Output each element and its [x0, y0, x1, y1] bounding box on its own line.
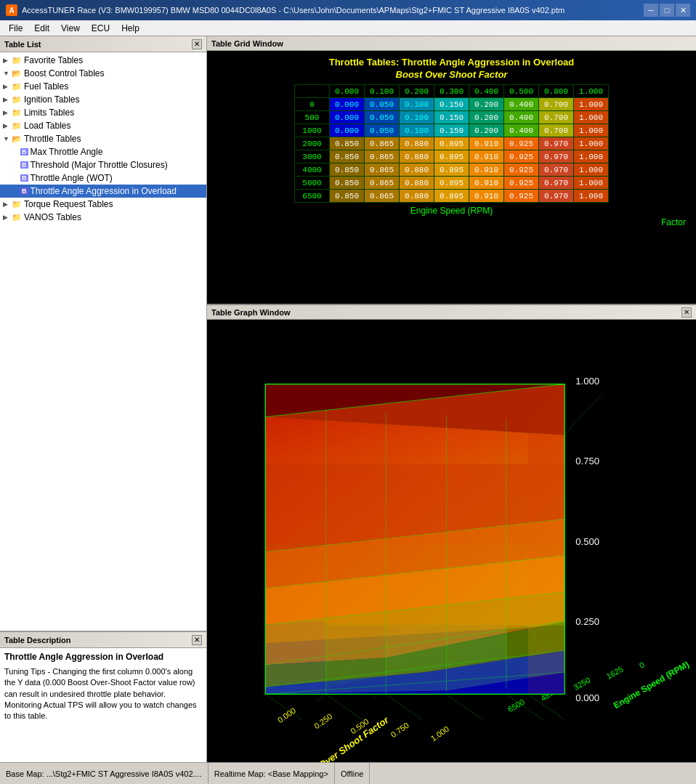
menu-bar: File Edit View ECU Help	[0, 20, 696, 36]
table-cell[interactable]: 0.000	[330, 124, 365, 137]
table-cell[interactable]: 0.700	[539, 98, 574, 111]
table-cell[interactable]: 1.000	[574, 124, 609, 137]
table-cell[interactable]: 1.000	[574, 98, 609, 111]
table-cell[interactable]: 0.910	[469, 137, 504, 150]
table-cell[interactable]: 0.050	[365, 111, 400, 124]
table-cell[interactable]: 0.200	[469, 98, 504, 111]
sidebar-item-throttleagg[interactable]: B Throttle Angle Aggression in Overload	[0, 185, 206, 198]
folder-icon: 📁	[12, 121, 22, 131]
tree-container[interactable]: ▶ 📁 Favorite Tables ▼ 📂 Boost Control Ta…	[0, 52, 206, 631]
table-cell[interactable]: 0.400	[504, 98, 539, 111]
table-cell[interactable]: 0.850	[330, 190, 365, 203]
status-offline: Offline	[335, 763, 371, 784]
table-cell[interactable]: 0.925	[504, 163, 539, 177]
table-cell[interactable]: 0.100	[400, 124, 434, 137]
table-cell[interactable]: 0.880	[400, 163, 434, 177]
table-cell[interactable]: 0.000	[330, 111, 365, 124]
table-cell[interactable]: 0.700	[539, 111, 574, 124]
table-cell[interactable]: 0.880	[400, 190, 434, 203]
table-cell[interactable]: 0.100	[400, 98, 434, 111]
table-cell[interactable]: 1.000	[574, 163, 609, 177]
table-cell[interactable]: 0.925	[504, 150, 539, 163]
table-desc-close[interactable]: ✕	[192, 635, 202, 645]
table-cell[interactable]: 0.050	[365, 124, 400, 137]
grid-table-subtitle: Boost Over Shoot Factor	[396, 69, 508, 80]
table-cell[interactable]: 0.150	[434, 111, 469, 124]
sidebar-item-torque[interactable]: ▶ 📁 Torque Request Tables	[0, 198, 206, 211]
table-cell[interactable]: 0.910	[469, 177, 504, 190]
sidebar-item-throttle[interactable]: ▼ 📂 Throttle Tables	[0, 132, 206, 145]
sidebar-item-label: Throttle Angle (WOT)	[31, 173, 113, 183]
table-cell[interactable]: 0.925	[504, 177, 539, 190]
table-cell[interactable]: 0.865	[365, 190, 400, 203]
table-cell[interactable]: 0.910	[469, 150, 504, 163]
table-cell[interactable]: 0.400	[504, 124, 539, 137]
right-panel: Table Grid Window Throttle Tables: Throt…	[207, 36, 696, 762]
sidebar-item-maxthrottle[interactable]: B Max Throttle Angle	[0, 145, 206, 158]
sidebar-item-load[interactable]: ▶ 📁 Load Tables	[0, 119, 206, 132]
sidebar-item-fuel[interactable]: ▶ 📁 Fuel Tables	[0, 80, 206, 93]
table-cell[interactable]: 0.850	[330, 150, 365, 163]
table-cell[interactable]: 0.895	[434, 190, 469, 203]
table-cell[interactable]: 0.865	[365, 150, 400, 163]
table-cell[interactable]: 0.895	[434, 150, 469, 163]
sidebar-item-limits[interactable]: ▶ 📁 Limits Tables	[0, 106, 206, 119]
table-cell[interactable]: 0.925	[504, 190, 539, 203]
table-cell[interactable]: 0.970	[539, 137, 574, 150]
sidebar-item-vanos[interactable]: ▶ 📁 VANOS Tables	[0, 211, 206, 224]
svg-text:Boost Over Shoot Factor: Boost Over Shoot Factor	[292, 714, 391, 762]
table-cell[interactable]: 0.050	[365, 98, 400, 111]
table-cell[interactable]: 0.970	[539, 163, 574, 177]
table-cell[interactable]: 1.000	[574, 150, 609, 163]
table-cell[interactable]: 0.865	[365, 177, 400, 190]
table-cell[interactable]: 0.880	[400, 177, 434, 190]
table-cell[interactable]: 0.200	[469, 111, 504, 124]
table-cell[interactable]: 1.000	[574, 177, 609, 190]
table-cell[interactable]: 0.925	[504, 137, 539, 150]
table-cell[interactable]: 0.850	[330, 177, 365, 190]
table-cell[interactable]: 0.880	[400, 150, 434, 163]
graph-window-title: Table Graph Window	[211, 308, 290, 317]
table-cell[interactable]: 1.000	[574, 111, 609, 124]
table-cell[interactable]: 0.895	[434, 163, 469, 177]
table-cell[interactable]: 0.895	[434, 177, 469, 190]
table-cell[interactable]: 0.150	[434, 98, 469, 111]
menu-ecu[interactable]: ECU	[86, 22, 116, 35]
sidebar-item-throttlewot[interactable]: B Throttle Angle (WOT)	[0, 171, 206, 185]
table-cell[interactable]: 0.850	[330, 163, 365, 177]
table-cell[interactable]: 0.850	[330, 137, 365, 150]
menu-file[interactable]: File	[3, 22, 28, 35]
table-cell[interactable]: 0.895	[434, 137, 469, 150]
table-list-close[interactable]: ✕	[192, 39, 202, 49]
table-cell[interactable]: 0.970	[539, 150, 574, 163]
maximize-button[interactable]: □	[660, 4, 674, 17]
minimize-button[interactable]: ─	[644, 4, 658, 17]
table-cell[interactable]: 0.150	[434, 124, 469, 137]
table-cell[interactable]: 0.910	[469, 190, 504, 203]
table-cell[interactable]: 0.865	[365, 163, 400, 177]
menu-help[interactable]: Help	[116, 22, 145, 35]
table-cell[interactable]: 0.970	[539, 177, 574, 190]
table-cell[interactable]: 0.910	[469, 163, 504, 177]
sidebar-item-boost[interactable]: ▼ 📂 Boost Control Tables	[0, 67, 206, 80]
table-cell[interactable]: 0.970	[539, 190, 574, 203]
svg-text:1.000: 1.000	[575, 376, 599, 387]
table-cell[interactable]: 0.200	[469, 124, 504, 137]
table-cell[interactable]: 1.000	[574, 190, 609, 203]
title-text: AccessTUNER Race (V3: BMW0199957) BMW MS…	[22, 6, 565, 15]
y-axis-label: Factor	[210, 217, 693, 227]
menu-view[interactable]: View	[55, 22, 86, 35]
table-cell[interactable]: 0.880	[400, 137, 434, 150]
sidebar-item-ignition[interactable]: ▶ 📁 Ignition Tables	[0, 93, 206, 106]
table-cell[interactable]: 0.865	[365, 137, 400, 150]
table-cell[interactable]: 0.700	[539, 124, 574, 137]
graph-close-button[interactable]: ✕	[681, 307, 692, 318]
table-cell[interactable]: 0.000	[330, 98, 365, 111]
sidebar-item-threshold[interactable]: B Threshold (Major Throttle Closures)	[0, 158, 206, 171]
table-cell[interactable]: 1.000	[574, 137, 609, 150]
table-cell[interactable]: 0.400	[504, 111, 539, 124]
menu-edit[interactable]: Edit	[28, 22, 55, 35]
sidebar-item-favorites[interactable]: ▶ 📁 Favorite Tables	[0, 54, 206, 67]
table-cell[interactable]: 0.100	[400, 111, 434, 124]
close-button[interactable]: ✕	[676, 4, 690, 17]
